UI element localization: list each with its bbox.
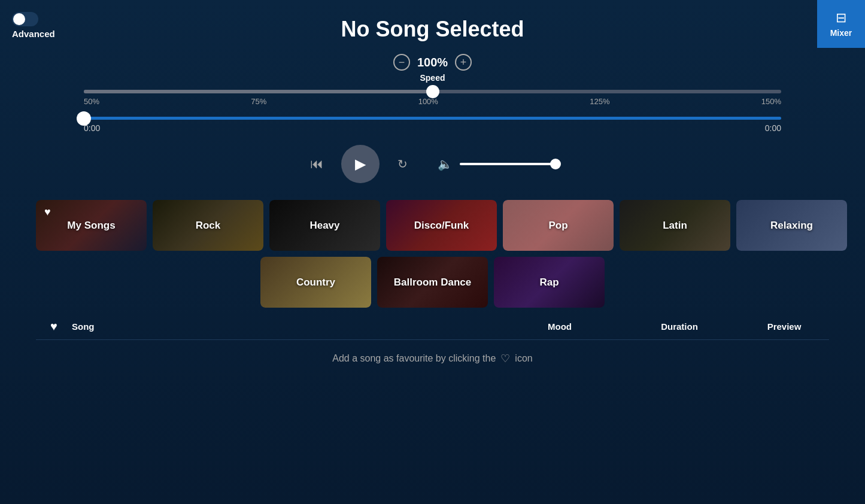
speed-label: Speed <box>0 73 865 83</box>
speed-slider-container: 50% 75% 100% 125% 150% <box>84 90 781 106</box>
speed-marker-125: 125% <box>590 97 609 106</box>
speed-marker-100: 100% <box>418 97 438 106</box>
genre-tile-rap[interactable]: Rap <box>494 257 605 308</box>
genre-tile-label-pop: Pop <box>503 200 614 251</box>
volume-track[interactable] <box>460 163 556 165</box>
progress-section: 0:00 0:00 <box>84 117 781 133</box>
volume-fill <box>460 163 556 165</box>
skip-back-icon: ⏮ <box>310 156 323 172</box>
skip-back-button[interactable]: ⏮ <box>310 156 323 172</box>
speed-section: − 100% + Speed <box>0 54 865 83</box>
genre-row-1: ♥ My Songs Rock Heavy Disco/Funk Pop Lat… <box>36 200 829 251</box>
speed-row: − 100% + <box>0 54 865 71</box>
genre-tile-label-latin: Latin <box>620 200 730 251</box>
empty-state-suffix: icon <box>515 353 532 364</box>
my-songs-heart-icon: ♥ <box>44 206 51 218</box>
genre-tile-label-disco-funk: Disco/Funk <box>386 200 497 251</box>
speed-track[interactable] <box>84 90 781 93</box>
col-song-header: Song <box>72 321 500 332</box>
volume-thumb[interactable] <box>550 159 561 169</box>
header: Advanced No Song Selected <box>0 0 865 42</box>
speed-increase-button[interactable]: + <box>455 54 472 71</box>
genre-tile-disco-funk[interactable]: Disco/Funk <box>386 200 497 251</box>
page-title: No Song Selected <box>0 17 865 42</box>
genre-tile-latin[interactable]: Latin <box>620 200 730 251</box>
advanced-toggle[interactable]: Advanced <box>12 12 55 39</box>
genre-tile-label-ballroom-dance: Ballroom Dance <box>377 257 488 308</box>
genre-tile-my-songs[interactable]: ♥ My Songs <box>36 200 147 251</box>
col-preview-header: Preview <box>739 321 829 332</box>
col-mood-header: Mood <box>500 321 620 332</box>
repeat-button[interactable]: ↻ <box>397 157 408 171</box>
genre-tile-relaxing[interactable]: Relaxing <box>736 200 847 251</box>
toggle-switch[interactable] <box>12 12 38 26</box>
progress-thumb[interactable] <box>77 111 91 126</box>
repeat-icon: ↻ <box>397 157 408 171</box>
speed-fill <box>84 90 433 93</box>
empty-state: Add a song as favourite by clicking the … <box>0 352 865 365</box>
genre-tile-label-rap: Rap <box>494 257 605 308</box>
advanced-label: Advanced <box>12 29 55 39</box>
speed-marker-50: 50% <box>84 97 99 106</box>
speed-marker-150: 150% <box>761 97 781 106</box>
genre-tile-heavy[interactable]: Heavy <box>269 200 380 251</box>
speed-thumb[interactable] <box>426 85 439 98</box>
speed-marker-75: 75% <box>251 97 266 106</box>
genre-tile-label-country: Country <box>260 257 371 308</box>
heart-header-icon: ♥ <box>50 320 57 333</box>
toggle-knob <box>13 13 25 25</box>
genre-tile-country[interactable]: Country <box>260 257 371 308</box>
play-button[interactable]: ▶ <box>341 145 380 183</box>
genre-section: ♥ My Songs Rock Heavy Disco/Funk Pop Lat… <box>36 200 829 308</box>
play-icon: ▶ <box>355 156 366 172</box>
progress-track[interactable] <box>84 117 781 120</box>
genre-tile-ballroom-dance[interactable]: Ballroom Dance <box>377 257 488 308</box>
genre-tile-pop[interactable]: Pop <box>503 200 614 251</box>
genre-row-2: Country Ballroom Dance Rap <box>36 257 829 308</box>
genre-tile-label-heavy: Heavy <box>269 200 380 251</box>
controls-section: ⏮ ▶ ↻ 🔈 <box>0 145 865 183</box>
col-heart-header: ♥ <box>36 320 72 333</box>
genre-tile-label-relaxing: Relaxing <box>736 200 847 251</box>
speed-decrease-button[interactable]: − <box>393 54 410 71</box>
volume-section: 🔈 <box>438 157 556 171</box>
empty-state-text: Add a song as favourite by clicking the <box>332 353 496 364</box>
col-duration-header: Duration <box>620 321 739 332</box>
genre-tile-label-my-songs: My Songs <box>36 200 147 251</box>
genre-tile-label-rock: Rock <box>153 200 263 251</box>
song-list-header: ♥ Song Mood Duration Preview <box>36 320 829 340</box>
time-end: 0:00 <box>765 123 781 133</box>
volume-icon: 🔈 <box>438 157 453 171</box>
time-row: 0:00 0:00 <box>84 123 781 133</box>
speed-markers: 50% 75% 100% 125% 150% <box>84 97 781 106</box>
speed-value: 100% <box>417 56 448 69</box>
genre-tile-rock[interactable]: Rock <box>153 200 263 251</box>
empty-heart-icon: ♡ <box>500 352 510 365</box>
